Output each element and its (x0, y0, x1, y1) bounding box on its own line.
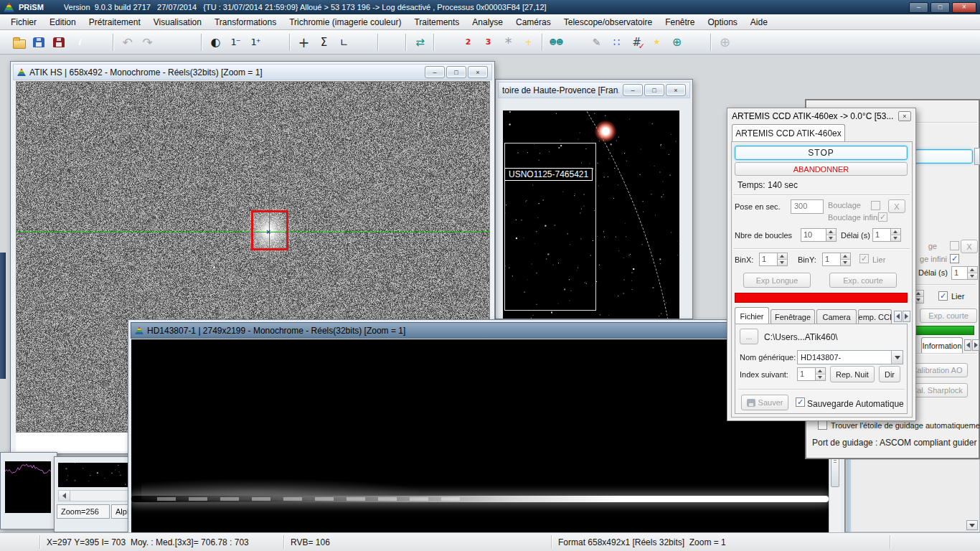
profile-plot-icon[interactable]: ∟ (334, 33, 353, 52)
spin-down-icon[interactable] (778, 260, 787, 265)
browse-button[interactable]: ... (740, 329, 758, 344)
window-artemis-ccd[interactable]: ARTEMIS CCD ATIK-460ex -> 0.0°C [53... ×… (727, 108, 916, 421)
pose-input[interactable]: 300 (791, 199, 824, 214)
next-index-spinner[interactable]: 1 (797, 367, 826, 381)
save-red-icon[interactable] (50, 33, 68, 52)
annotate-icon[interactable]: ✎ (587, 33, 606, 52)
save-icon[interactable] (29, 33, 48, 52)
tab-scroll-right-button[interactable] (972, 339, 979, 351)
spectrum-image-view[interactable] (131, 339, 829, 532)
undo-icon[interactable]: ↶ (118, 33, 136, 52)
menu-trichromie-imagerie-couleur[interactable]: Trichromie (imagerie couleur) (283, 15, 407, 29)
restore-button[interactable]: □ (644, 84, 664, 96)
bouclage-infini-checkbox[interactable] (878, 212, 887, 222)
lier-checkbox[interactable] (938, 291, 948, 301)
copy-icon[interactable] (158, 33, 176, 52)
binx-spinner[interactable]: 1 (759, 253, 788, 266)
sky-chart-view[interactable]: USNO1125-7465421 (503, 110, 679, 319)
tab-scroll-left-button[interactable] (894, 311, 902, 322)
bouclage-infini-checkbox[interactable] (950, 254, 959, 263)
abandon-button[interactable]: ABANDONNER (735, 162, 908, 176)
dir-button[interactable]: Dir (879, 366, 900, 382)
selection-icon[interactable] (354, 33, 373, 52)
web-icon[interactable]: ⊕ (715, 33, 734, 52)
close-button[interactable]: × (952, 2, 976, 13)
cancel-x-button[interactable]: X (888, 199, 905, 213)
spin-up-icon[interactable] (841, 253, 850, 260)
save-button[interactable]: Sauver (741, 395, 788, 410)
menu-edition[interactable]: Edition (43, 15, 83, 29)
window-gray-icon[interactable] (382, 33, 401, 52)
stop-button[interactable]: STOP (735, 146, 908, 160)
menu-traitements[interactable]: Traitements (407, 15, 466, 29)
star-box-icon[interactable]: ★ (647, 33, 666, 52)
artemis-tab-fichier[interactable]: Fichier (735, 307, 769, 324)
users-icon[interactable]: ☻☻ (547, 33, 565, 52)
menu-analyse[interactable]: Analyse (466, 15, 509, 29)
find-guide-star-checkbox[interactable] (818, 420, 827, 430)
zoom-out-icon[interactable]: 1⁻ (226, 33, 245, 52)
close-button[interactable]: × (468, 66, 488, 78)
spin-down-icon[interactable] (816, 375, 825, 380)
delai-spinner[interactable]: 1 (951, 266, 978, 280)
delai-spinner[interactable]: 1 (872, 228, 901, 242)
menu-visualisation[interactable]: Visualisation (147, 15, 208, 29)
scroll-left-button[interactable] (59, 491, 70, 501)
atik-titlebar[interactable]: ATIK HS | 658x492 - Monochrome - Réels(3… (13, 64, 492, 80)
grid-check-icon[interactable]: # (627, 33, 646, 52)
restore-button[interactable]: □ (446, 66, 466, 78)
artemis-tab-camera[interactable]: Camera (816, 309, 857, 324)
information-tab[interactable]: Information (921, 337, 963, 353)
info-icon[interactable]: i (70, 33, 88, 52)
spin-down-icon[interactable] (891, 235, 900, 241)
profile-graph-view[interactable] (5, 461, 51, 513)
report-2-icon[interactable]: 2 (458, 33, 477, 52)
color-swap-icon[interactable]: ⇄ (410, 33, 429, 52)
haute-provence-titlebar[interactable]: toire de Haute-Provence [Fran... – □ × (498, 82, 690, 98)
menu-fichier[interactable]: Fichier (4, 15, 43, 29)
spin-up-icon[interactable] (891, 229, 900, 235)
exp-courte-button[interactable]: Exp. courte (920, 309, 977, 323)
crosshair-icon[interactable]: + (294, 33, 313, 52)
spin-up-icon[interactable] (968, 267, 977, 273)
exp-longue-button[interactable]: Exp Longue (743, 273, 811, 288)
minimize-button[interactable]: – (623, 84, 643, 96)
contrast-icon[interactable]: ◐ (206, 33, 225, 52)
lier-checkbox[interactable] (859, 254, 869, 263)
starfield-icon[interactable]: + (519, 33, 537, 52)
generic-name-combobox[interactable]: HD143807- (797, 350, 903, 364)
spin-up-icon[interactable] (778, 253, 787, 260)
artemis-titlebar[interactable]: ARTEMIS CCD ATIK-460ex -> 0.0°C [53... × (727, 108, 915, 124)
open-image-icon[interactable] (9, 33, 28, 52)
rep-nuit-button[interactable]: Rep. Nuit (830, 366, 875, 382)
menu-pr-traitement[interactable]: Prétraitement (83, 15, 147, 29)
menu-cam-ras[interactable]: Caméras (509, 15, 557, 29)
report-icon[interactable] (438, 33, 457, 52)
menu-aide[interactable]: Aide (744, 15, 774, 29)
docked-window-edge[interactable] (0, 253, 6, 379)
image-properties-icon[interactable] (90, 33, 108, 52)
spin-down-icon[interactable] (841, 260, 850, 265)
chevron-down-icon[interactable] (891, 351, 903, 364)
artemis-tab-fen-trage[interactable]: Fenêtrage (771, 309, 815, 324)
combobox-dropdown-fragment[interactable] (966, 520, 978, 530)
list-icon[interactable]: ∷ (607, 33, 626, 52)
window-profile-graph[interactable] (0, 452, 57, 529)
spin-up-icon[interactable] (826, 229, 836, 235)
sphere-icon[interactable]: ⊕ (667, 33, 686, 52)
biny-spinner[interactable]: 1 (822, 253, 851, 266)
sum-icon[interactable]: Σ (314, 33, 333, 52)
histogram-icon[interactable] (567, 33, 585, 52)
menu-fen-tre[interactable]: Fenêtre (659, 15, 701, 29)
artemis-main-tab[interactable]: ARTEMIS CCD ATIK-460ex (732, 124, 845, 142)
waveform-canvas[interactable] (5, 461, 51, 513)
paste-icon[interactable] (178, 33, 197, 52)
exp-courte-button[interactable]: Exp. courte (829, 273, 897, 288)
menu-options[interactable]: Options (701, 15, 743, 29)
bouclage-checkbox[interactable] (950, 241, 959, 250)
close-button[interactable]: × (898, 111, 911, 121)
boucles-spinner[interactable]: 10 (801, 228, 837, 242)
spin-down-icon[interactable] (968, 273, 977, 279)
artemis-tab-temp-ccd[interactable]: Temp. CCD (858, 309, 892, 324)
zoom-in-icon[interactable]: 1⁺ (246, 33, 265, 52)
